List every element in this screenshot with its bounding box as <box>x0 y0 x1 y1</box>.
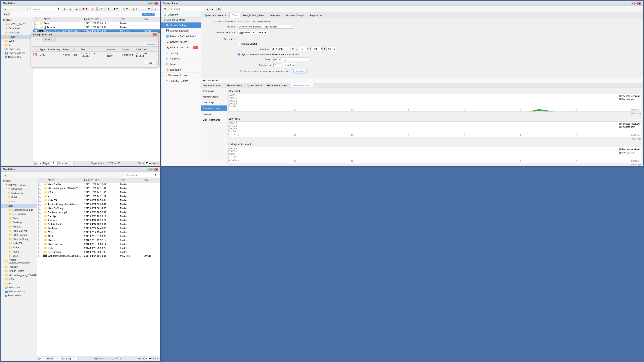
tab-system-service[interactable]: System Service <box>244 83 265 88</box>
fs1-tools-btn[interactable]: 🔧 ▼ <box>121 7 130 11</box>
checkbox[interactable] <box>38 227 41 229</box>
table-row[interactable]: 📁 xxx 2017/11/08 14:21:29 Folder <box>37 194 160 198</box>
checkbox[interactable] <box>38 191 41 194</box>
time-format-select[interactable]: 24HR <box>256 31 267 34</box>
fs2-header-modified[interactable]: Modified Date ↓ <box>84 179 119 181</box>
res-cpu[interactable]: CPU usage <box>201 88 226 94</box>
first-page-btn[interactable]: |◀ <box>38 357 42 361</box>
res-memory[interactable]: Memory Usage <box>201 94 226 100</box>
checkbox[interactable] <box>38 195 41 198</box>
checkbox[interactable] <box>38 187 41 190</box>
last-page-btn[interactable]: ▶| <box>70 357 73 361</box>
checkbox[interactable] <box>38 251 41 253</box>
auto-sync-radio[interactable] <box>238 53 240 56</box>
fs2-search-dropdown[interactable]: ▼ <box>154 174 157 176</box>
checkbox[interactable] <box>38 183 41 186</box>
prev-page-btn[interactable]: ◀ <box>39 162 42 165</box>
cp-menu-backup[interactable]: 🗃 Backup / Restore <box>161 78 201 84</box>
fs1-maximize-btn[interactable]: □ <box>151 2 154 5</box>
tab-system-administration[interactable]: System Administration <box>202 13 230 18</box>
cp-menu-security[interactable]: 🛡 Security <box>161 50 201 56</box>
cp-menu-notification[interactable]: 🔔 Notification <box>161 67 201 73</box>
cp-menu-storage[interactable]: 💾 Storage Manager <box>161 28 201 34</box>
fs2-sidebar-public[interactable]: 📁 Public <box>1 195 37 199</box>
checkbox[interactable] <box>38 239 41 241</box>
fs1-desktop-btn[interactable]: 🖥 ▼ <box>131 7 139 11</box>
fs2-sidebar-hinhthe[interactable]: 📁 Hinhthe <box>1 225 37 229</box>
fs1-view-detail-btn[interactable]: ☰ <box>74 7 80 11</box>
fs2-sidebar-ktbh[interactable]: 📁 KTBH <box>1 245 37 250</box>
fs2-sidebar-xxx[interactable]: 📁 xxx <box>1 281 37 286</box>
res-bandwidth[interactable]: Bandwidth Usage <box>201 105 226 111</box>
fs1-sort-btn[interactable]: ↕ ▼ <box>98 7 105 11</box>
fs2-sidebar-hinhcanxu[interactable]: 📁 Hinh Cần Xử <box>1 229 37 233</box>
cp-maximize-btn[interactable]: □ <box>634 2 638 5</box>
calendar-btn[interactable]: 📅 <box>290 47 295 51</box>
fs1-refresh-btn[interactable]: ↺ <box>140 7 145 11</box>
table-row[interactable]: 📁 XFile 2017/11/08 14:21:35 Folder <box>37 190 160 194</box>
last-page-btn[interactable]: ▶| <box>66 162 69 165</box>
checkbox[interactable] <box>38 219 41 222</box>
fs1-view-grid-btn[interactable]: ⊞ <box>62 7 67 11</box>
res-disk[interactable]: Disk Usage <box>201 100 226 105</box>
tab-login-screen[interactable]: Login Screen <box>307 13 326 18</box>
checkbox[interactable] <box>38 203 41 206</box>
tab-time[interactable]: Time <box>230 13 240 18</box>
checkbox[interactable] <box>38 235 41 237</box>
fs2-sidebar-osx[interactable]: 📁 OSX <box>1 254 37 258</box>
fs1-header-name[interactable]: Name <box>43 18 84 20</box>
fs2-close-btn[interactable]: ✕ <box>155 168 158 171</box>
fs1-sidebar-multimedia[interactable]: 📁 Multimedia <box>1 30 33 35</box>
cp-grid-btn[interactable]: ⊞ <box>216 7 221 11</box>
table-row[interactable]: 📁 OSX 2017/02/10 07:38:39 Folder <box>37 234 160 238</box>
cp-menu-network[interactable]: 🌐 Network & Virtual Switch <box>161 34 201 39</box>
update-btn[interactable]: Update <box>294 69 306 73</box>
prev-page-btn[interactable]: ◀ <box>43 357 46 361</box>
table-row[interactable]: 📁 vladstudio_pack_2880x1800 2017/11/08 1… <box>37 186 160 190</box>
cp-menu-network-access[interactable]: 🔒 Network Access <box>161 39 201 45</box>
table-row[interactable]: 📁 BD Furniture 2012/02/02 23:01:03 Folde… <box>37 250 160 254</box>
fs1-upload-btn[interactable]: ⬆ <box>106 7 111 11</box>
fs2-minimize-btn[interactable]: ─ <box>148 168 151 171</box>
fs1-header-size[interactable]: Size <box>143 18 159 20</box>
fs1-sidebar-sharelink[interactable]: 🔗 Share Link <box>1 47 33 51</box>
cp-overview-item[interactable]: 🏠 Overview <box>161 12 201 17</box>
fs1-sidebar-public[interactable]: 📁 Public <box>1 35 33 39</box>
fs2-sidebar-data[interactable]: 📁 Data <box>1 216 37 220</box>
show-select[interactable]: 50 <box>144 162 152 165</box>
fs2-sidebar-multimedia[interactable]: 📁 Multimedia <box>1 191 37 195</box>
checkbox[interactable] <box>34 26 37 29</box>
table-row[interactable]: 📁 KTBH 2014/09/23 23:33:22 Folder <box>37 246 160 250</box>
fs1-path-public[interactable]: Public <box>2 12 11 16</box>
row-check[interactable] <box>34 22 38 25</box>
cp-menu-firmware[interactable]: ↑ Firmware Update <box>161 73 201 78</box>
fs1-sidebar-recycle[interactable]: 🗑 Recycle Bin <box>1 55 33 59</box>
page-input[interactable] <box>50 162 58 165</box>
fs1-star-btn[interactable]: ☆ <box>156 13 158 16</box>
first-page-btn[interactable]: |◀ <box>34 162 38 165</box>
table-row[interactable]: 📁 Hinh Gà Góc 2017/11/08 14:22:01 Folder <box>37 182 160 186</box>
server-input[interactable] <box>274 57 309 61</box>
fs2-sidebar-download[interactable]: 📁 Download <box>1 187 37 191</box>
table-row[interactable]: 📁 Hinh Cần Xử 2016/08/19 08:08:14 Folder <box>37 242 160 246</box>
checkbox[interactable] <box>38 207 41 210</box>
fs1-header-type[interactable]: Type <box>119 18 143 20</box>
fs1-sidebar-web[interactable]: 📁 Web <box>1 39 33 43</box>
table-row[interactable]: 📁 Hinhthe 2016/12/13 11:57:12 Folder <box>37 238 160 242</box>
cp-minimize-btn[interactable]: ─ <box>631 2 634 5</box>
fs1-header-modified[interactable]: Modified Date ↓ <box>84 18 119 20</box>
fs2-qnap-header[interactable]: ⊞ QNAP <box>1 179 37 183</box>
fs2-sidebar-vlad[interactable]: 📁 vladstudio_pack_2880x1800 <box>1 273 37 277</box>
res-process[interactable]: Process <box>201 111 226 117</box>
cp-menu-general-settings[interactable]: ⚙ General Settings <box>161 22 201 28</box>
bg-task-tab-task[interactable]: Task <box>31 37 42 42</box>
fs2-sidebar-ironwolf[interactable]: ▼ IronWolf_RAID1 <box>1 183 37 187</box>
fs1-task-badge[interactable]: Task(s):1 <box>142 13 154 16</box>
fs1-sidebar-2tb[interactable]: 📁 2TB <box>1 43 33 47</box>
cp-close-btn[interactable]: ✕ <box>638 2 642 5</box>
show-select[interactable]: 50 <box>144 357 152 361</box>
checkbox[interactable] <box>38 223 41 226</box>
table-row[interactable]: 📁 Data 2017/11/08 17:03:11 Folder <box>33 21 160 25</box>
fs1-search-input[interactable] <box>33 8 56 10</box>
tab-password-strength[interactable]: Password Strength <box>283 13 307 18</box>
